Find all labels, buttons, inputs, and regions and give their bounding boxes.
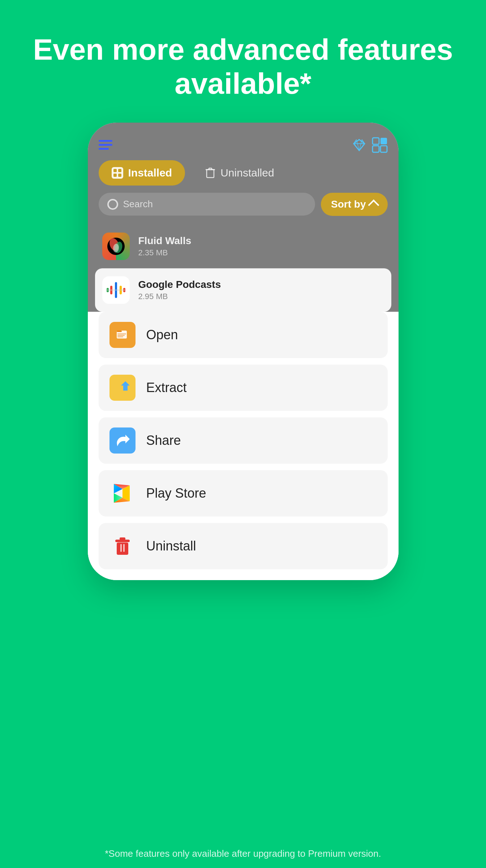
uninstall-icon: [109, 533, 136, 559]
premium-icon[interactable]: [352, 138, 366, 152]
google-podcasts-size: 2.95 MB: [138, 292, 384, 301]
open-label: Open: [146, 327, 178, 342]
svg-rect-34: [120, 537, 125, 540]
svg-rect-27: [117, 333, 126, 335]
footer-note: *Some features only available after upgr…: [0, 848, 486, 859]
phone-mockup: Installed Uninstalled Se: [88, 123, 399, 580]
share-label: Share: [146, 433, 181, 448]
app-item-google-podcasts[interactable]: Google Podcasts 2.95 MB: [95, 268, 391, 312]
svg-rect-7: [380, 138, 387, 144]
menu-item-uninstall[interactable]: Uninstall: [99, 523, 388, 569]
svg-rect-6: [373, 138, 379, 144]
context-menu: Open Extract Share: [88, 312, 399, 580]
tabs-row: Installed Uninstalled: [99, 160, 388, 186]
svg-rect-35: [117, 542, 128, 555]
app-item-fluid-walls[interactable]: Fluid Walls 2.35 MB: [99, 225, 388, 268]
svg-rect-9: [380, 146, 387, 152]
search-placeholder: Search: [123, 199, 153, 210]
screen-content: Installed Uninstalled Se: [99, 133, 388, 312]
app-list: Fluid Walls 2.35 MB: [99, 225, 388, 312]
grid-layout-icon[interactable]: [372, 137, 388, 153]
svg-rect-37: [123, 544, 125, 552]
search-bar[interactable]: Search: [99, 193, 315, 216]
sort-chevron-icon: [368, 200, 379, 211]
svg-rect-33: [115, 540, 130, 542]
open-icon: [109, 322, 136, 348]
svg-rect-10: [207, 170, 214, 178]
svg-rect-8: [373, 146, 379, 152]
app-screen: Installed Uninstalled Se: [88, 123, 399, 312]
fluid-walls-name: Fluid Walls: [138, 235, 384, 247]
installed-tab-icon: [112, 167, 123, 179]
menu-item-share[interactable]: Share: [99, 417, 388, 464]
headline: Even more advanced features available*: [0, 33, 486, 101]
extract-label: Extract: [146, 380, 187, 395]
google-podcasts-app-icon: [105, 279, 127, 301]
top-right-icons: [352, 137, 388, 153]
google-podcasts-info: Google Podcasts 2.95 MB: [138, 279, 384, 301]
fluid-walls-app-icon: [107, 237, 125, 255]
google-podcasts-icon: [102, 276, 130, 304]
extract-icon: [109, 375, 136, 401]
svg-rect-31: [114, 381, 122, 385]
svg-rect-29: [117, 336, 123, 337]
share-icon: [109, 427, 136, 454]
fluid-walls-icon: [102, 233, 130, 260]
trash-tab-icon: [205, 167, 215, 179]
menu-item-play-store[interactable]: Play Store: [99, 470, 388, 516]
hamburger-icon[interactable]: [99, 140, 112, 150]
svg-rect-36: [120, 544, 122, 552]
search-icon: [107, 199, 118, 210]
uninstall-label: Uninstall: [146, 539, 196, 554]
sort-button[interactable]: Sort by: [321, 193, 387, 216]
fluid-walls-info: Fluid Walls 2.35 MB: [138, 235, 384, 258]
tab-uninstalled[interactable]: Uninstalled: [192, 160, 287, 186]
play-store-label: Play Store: [146, 486, 206, 501]
uninstalled-tab-label: Uninstalled: [220, 167, 274, 179]
svg-rect-28: [117, 335, 125, 336]
menu-item-open[interactable]: Open: [99, 312, 388, 358]
tab-installed[interactable]: Installed: [99, 160, 185, 186]
top-bar: [99, 133, 388, 160]
fluid-walls-size: 2.35 MB: [138, 248, 384, 258]
menu-item-extract[interactable]: Extract: [99, 365, 388, 411]
installed-tab-label: Installed: [128, 167, 172, 179]
playstore-icon: [109, 480, 136, 506]
svg-rect-26: [117, 331, 122, 332]
search-row: Search Sort by: [99, 193, 388, 216]
google-podcasts-name: Google Podcasts: [138, 279, 384, 290]
sort-label: Sort by: [331, 199, 366, 210]
svg-rect-24: [107, 289, 125, 291]
